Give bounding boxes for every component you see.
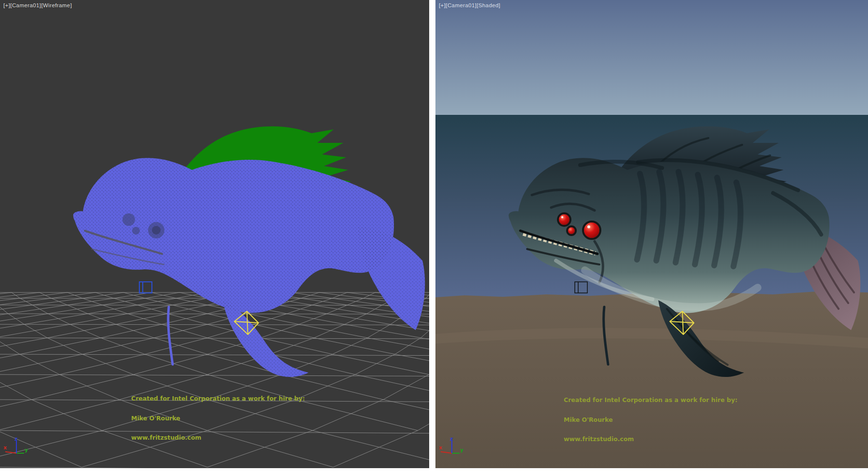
- axis-x-label: x: [3, 444, 7, 451]
- viewport-menu-button[interactable]: [+]: [439, 2, 446, 8]
- eye-large-highlight: [587, 225, 590, 228]
- eye-small: [122, 213, 135, 226]
- eye-tiny: [132, 227, 140, 235]
- annotation-line-2: Mike O'Rourke: [564, 416, 737, 423]
- viewport-shaded[interactable]: [+][Camera01][Shaded] Created for Intel …: [435, 0, 868, 468]
- annotation-line-2: Mike O'Rourke: [131, 415, 305, 422]
- viewport-menu-button[interactable]: [+]: [3, 2, 10, 8]
- copyright-annotation: Created for Intel Corporation as a work …: [564, 384, 737, 456]
- annotation-line-3: www.fritzstudio.com: [131, 434, 305, 441]
- sky: [435, 0, 868, 115]
- copyright-annotation: Created for Intel Corporation as a work …: [131, 382, 305, 454]
- axis-x-label: x: [439, 444, 442, 451]
- eye-large-pupil: [152, 226, 161, 235]
- axis-y-label: y: [460, 447, 463, 453]
- annotation-line-3: www.fritzstudio.com: [564, 436, 737, 443]
- eye-large: [584, 222, 599, 238]
- axis-gizmo: x y z: [2, 436, 31, 463]
- shading-menu[interactable]: [Shaded]: [476, 2, 500, 8]
- axis-z-label: z: [14, 436, 17, 442]
- viewport-wireframe[interactable]: [+][Camera01][Wireframe] Created for Int…: [0, 0, 429, 468]
- eye-tiny: [568, 227, 575, 234]
- shading-menu[interactable]: [Wireframe]: [41, 2, 72, 8]
- axis-y-label: y: [25, 447, 28, 453]
- annotation-line-1: Created for Intel Corporation as a work …: [131, 395, 305, 402]
- camera-menu[interactable]: [Camera01]: [10, 2, 41, 8]
- axis-gizmo: x y z: [437, 436, 466, 463]
- camera-menu[interactable]: [Camera01]: [446, 2, 476, 8]
- annotation-line-1: Created for Intel Corporation as a work …: [564, 397, 737, 403]
- axis-z-label: z: [450, 436, 453, 442]
- viewport-label: [+][Camera01][Wireframe]: [3, 2, 72, 8]
- viewport-label: [+][Camera01][Shaded]: [439, 2, 501, 8]
- eye-small: [559, 214, 570, 225]
- eye-small-highlight: [561, 216, 563, 218]
